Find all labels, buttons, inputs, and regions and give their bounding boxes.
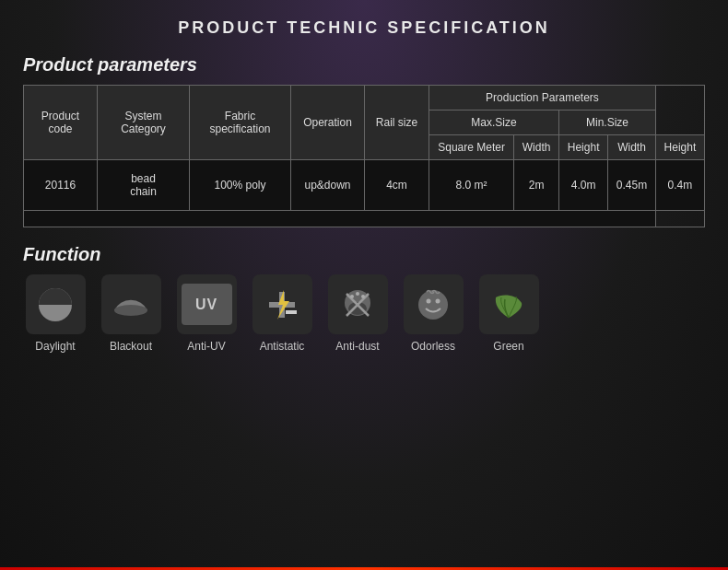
- daylight-label: Daylight: [35, 340, 75, 353]
- uv-icon: UV: [182, 284, 232, 325]
- green-icon: [488, 285, 529, 325]
- odorless-icon: [413, 285, 453, 325]
- svg-point-15: [436, 298, 440, 303]
- svg-rect-4: [286, 310, 297, 314]
- table-row-empty: [24, 211, 705, 227]
- function-item-antistatic: Antistatic: [250, 274, 314, 353]
- table-row: 20116 bead chain 100% poly up&down 4cm 8…: [24, 160, 705, 211]
- product-params-title: Product parameters: [23, 54, 705, 76]
- antistatic-icon-box: [252, 274, 312, 334]
- svg-point-1: [114, 305, 147, 316]
- col-header-min-height: Height: [655, 135, 704, 160]
- anti-dust-icon: [337, 285, 378, 325]
- cell-max-height: 4.0m: [559, 160, 608, 211]
- function-item-odorless: Odorless: [401, 274, 465, 353]
- blackout-label: Blackout: [110, 340, 152, 353]
- daylight-icon: [35, 285, 76, 325]
- col-header-product-code: Product code: [24, 86, 98, 160]
- svg-point-12: [361, 295, 365, 298]
- col-header-max-width: Width: [514, 135, 559, 160]
- green-icon-box: [479, 274, 539, 334]
- antistatic-icon: [262, 285, 302, 325]
- col-header-square-meter: Square Meter: [429, 135, 514, 160]
- col-header-operation: Operation: [291, 86, 365, 160]
- cell-rail-size: 4cm: [365, 160, 429, 211]
- function-item-anti-uv: UV Anti-UV: [174, 274, 239, 353]
- col-header-min-width: Width: [608, 135, 656, 160]
- antistatic-label: Antistatic: [260, 340, 305, 353]
- anti-dust-label: Anti-dust: [335, 340, 379, 353]
- function-item-green: Green: [476, 274, 541, 353]
- cell-min-height: 0.4m: [655, 160, 704, 211]
- function-title: Function: [23, 244, 705, 265]
- col-header-max-height: Height: [559, 135, 608, 160]
- col-header-production-params: Production Parameters: [429, 86, 656, 111]
- cell-max-width: 2m: [514, 160, 559, 211]
- odorless-icon-box: [404, 274, 464, 334]
- odorless-label: Odorless: [411, 340, 455, 353]
- svg-point-10: [350, 295, 354, 298]
- green-label: Green: [493, 340, 523, 353]
- function-icons-container: Daylight Blackout UV Anti-UV: [23, 274, 705, 353]
- col-header-fabric: Fabric specification: [190, 86, 291, 160]
- col-header-min-size: Min.Size: [559, 111, 656, 135]
- cell-operation: up&down: [291, 160, 365, 211]
- spec-table: Product code System Category Fabric spec…: [23, 85, 705, 227]
- function-item-blackout: Blackout: [99, 274, 163, 353]
- cell-product-code: 20116: [24, 160, 98, 211]
- svg-point-14: [427, 298, 431, 303]
- daylight-icon-box: [26, 274, 86, 334]
- col-header-max-size: Max.Size: [429, 111, 559, 135]
- cell-system-category: bead chain: [98, 160, 190, 211]
- page-container: PRODUCT TECHNIC SPECIFICATION Product pa…: [0, 0, 728, 570]
- svg-point-11: [356, 292, 359, 296]
- cell-fabric: 100% poly: [190, 160, 291, 211]
- anti-uv-icon-box: UV: [177, 274, 237, 334]
- blackout-icon-box: [101, 274, 161, 334]
- svg-point-13: [418, 290, 448, 320]
- cell-square-meter: 8.0 m²: [429, 160, 514, 211]
- col-header-system: System Category: [98, 86, 190, 160]
- anti-dust-icon-box: [328, 274, 388, 334]
- function-item-anti-dust: Anti-dust: [325, 274, 390, 353]
- page-title: PRODUCT TECHNIC SPECIFICATION: [23, 18, 705, 38]
- function-item-daylight: Daylight: [23, 274, 88, 353]
- blackout-icon: [111, 285, 151, 325]
- function-section: Function Daylight: [23, 244, 705, 353]
- cell-min-width: 0.45m: [608, 160, 656, 211]
- col-header-rail: Rail size: [365, 86, 429, 160]
- anti-uv-label: Anti-UV: [187, 340, 225, 353]
